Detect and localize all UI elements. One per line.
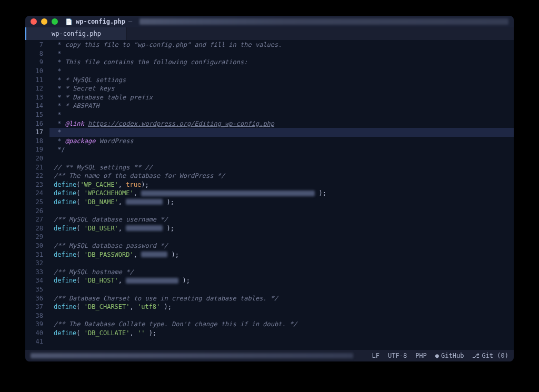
title-bar: wp-config.php — [25, 16, 514, 27]
code-token: , [118, 181, 126, 188]
code-line[interactable]: define( 'WPCACHEHOME', ); [49, 189, 514, 198]
title-separator: — [128, 18, 132, 25]
line-number: 17 [25, 128, 49, 137]
code-line[interactable] [49, 206, 514, 215]
code-line[interactable]: * * Database table prefix [49, 93, 514, 102]
tab-label: wp-config.php [52, 30, 101, 37]
code-line[interactable]: * * ABSPATH [49, 102, 514, 110]
code-token: define [54, 225, 76, 232]
line-number: 33 [25, 267, 49, 276]
editor-area[interactable]: 7891011121314151617181920212223242526272… [25, 40, 514, 350]
code-line[interactable]: * [49, 49, 514, 58]
code-line[interactable]: /** MySQL database password */ [49, 242, 514, 250]
code-line[interactable]: /** The Database Collate type. Don't cha… [49, 320, 514, 329]
code-line[interactable] [49, 285, 514, 294]
line-number: 39 [25, 320, 49, 329]
code-token: '' [137, 329, 145, 337]
status-bar: LF UTF-8 PHP GitHub Git (0) [25, 350, 514, 361]
code-token: 'DB_PASSWORD' [84, 251, 134, 258]
line-number: 8 [25, 49, 49, 58]
code-token: 'DB_NAME' [84, 198, 118, 206]
code-line[interactable]: /** MySQL hostname */ [49, 267, 514, 276]
code-token: define [54, 329, 76, 337]
code-line[interactable] [49, 259, 514, 268]
minimize-button[interactable] [41, 18, 47, 25]
code-token: copy this file to "wp-config.php" and fi… [65, 41, 282, 48]
code-line[interactable]: define( 'DB_USER', ); [49, 224, 514, 233]
code-token: * [54, 76, 65, 84]
code-token: ); [160, 303, 172, 310]
code-line[interactable] [49, 337, 514, 346]
code-token: , [130, 303, 137, 310]
code-line[interactable]: * This file contains the following confi… [49, 58, 514, 67]
line-number: 13 [25, 93, 49, 102]
code-token: * [54, 102, 65, 109]
code-line[interactable]: // ** MySQL settings ** // [49, 163, 514, 172]
status-language[interactable]: PHP [415, 352, 427, 359]
code-line[interactable]: * * MySQL settings [49, 75, 514, 84]
line-number: 15 [25, 110, 49, 119]
code-line[interactable]: /** MySQL database username */ [49, 215, 514, 224]
code-token: define [54, 198, 76, 206]
code-token: * [54, 58, 65, 66]
status-encoding[interactable]: UTF-8 [388, 352, 407, 359]
code-line[interactable] [49, 311, 514, 320]
line-number: 29 [25, 233, 49, 242]
code-token: * [54, 120, 65, 127]
zoom-button[interactable] [52, 18, 58, 25]
status-git-label: Git (0) [482, 352, 508, 359]
code-token: /** The name of the database for WordPre… [54, 172, 225, 179]
line-number: 12 [25, 84, 49, 93]
line-number: 31 [25, 250, 49, 259]
code-line[interactable]: * [49, 128, 514, 137]
line-number: 24 [25, 189, 49, 198]
code-line[interactable]: * @link https://codex.wordpress.org/Edit… [49, 119, 514, 128]
code-line[interactable]: * [49, 110, 514, 119]
status-git[interactable]: Git (0) [472, 352, 508, 359]
line-number: 10 [25, 67, 49, 76]
line-number-gutter: 7891011121314151617181920212223242526272… [25, 40, 49, 350]
code-line[interactable]: * * Secret keys [49, 84, 514, 93]
line-number: 41 [25, 337, 49, 346]
status-line-ending[interactable]: LF [372, 352, 380, 359]
line-number: 38 [25, 311, 49, 320]
code-token: ( [76, 251, 84, 258]
code-line[interactable]: * copy this file to "wp-config.php" and … [49, 41, 514, 49]
line-number: 23 [25, 180, 49, 189]
close-button[interactable] [31, 18, 37, 25]
github-icon [435, 352, 439, 359]
code-line[interactable]: * @package WordPress [49, 137, 514, 146]
code-token: * [54, 137, 65, 145]
code-line[interactable]: * [49, 67, 514, 76]
line-number: 16 [25, 119, 49, 128]
code-line[interactable]: /** Database Charset to use in creating … [49, 294, 514, 303]
code-line[interactable]: define( 'DB_CHARSET', 'utf8' ); [49, 303, 514, 311]
code-token: define [54, 181, 76, 188]
status-github[interactable]: GitHub [435, 352, 464, 359]
code-line[interactable]: /** The name of the database for WordPre… [49, 172, 514, 180]
tab-wp-config[interactable]: wp-config.php [26, 27, 127, 40]
line-number: 36 [25, 294, 49, 303]
code-line[interactable]: define( 'DB_NAME', ); [49, 198, 514, 207]
line-number: 26 [25, 206, 49, 215]
code-line[interactable]: define('WP_CACHE', true); [49, 180, 514, 189]
code-token: true [126, 181, 141, 188]
code-token: * [54, 85, 65, 92]
code-content[interactable]: * copy this file to "wp-config.php" and … [49, 40, 514, 350]
redacted-value [126, 278, 178, 284]
code-token: ( [76, 303, 84, 310]
line-number: 9 [25, 58, 49, 67]
code-line[interactable]: define( 'DB_PASSWORD', ); [49, 250, 514, 259]
code-line[interactable]: define( 'DB_COLLATE', '' ); [49, 329, 514, 338]
code-token: ); [163, 198, 174, 206]
code-line[interactable]: define( 'DB_HOST', ); [49, 276, 514, 285]
code-line[interactable] [49, 233, 514, 242]
code-line[interactable]: */ [49, 145, 514, 154]
line-number: 37 [25, 303, 49, 311]
code-token: 'DB_CHARSET' [84, 303, 130, 310]
code-token: ( [76, 198, 84, 206]
code-token: /** Database Charset to use in creating … [54, 295, 278, 302]
code-token: , [118, 198, 126, 206]
code-token: ( [76, 189, 84, 197]
code-line[interactable] [49, 154, 514, 163]
